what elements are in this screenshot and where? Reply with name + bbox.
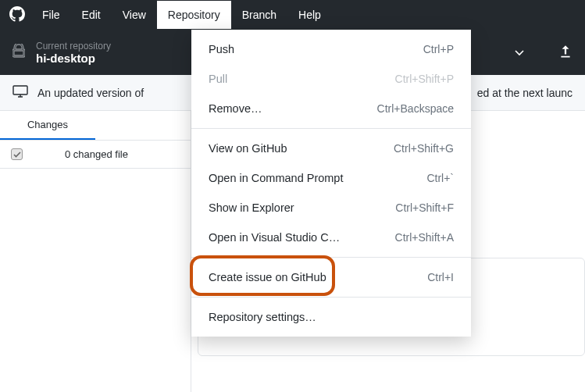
repo-selector[interactable]: Current repository hi-desktop bbox=[0, 41, 191, 65]
tab-changes[interactable]: Changes bbox=[0, 111, 95, 140]
menu-help[interactable]: Help bbox=[287, 1, 332, 29]
dropdown-item-shortcut: Ctrl+Shift+F bbox=[395, 201, 454, 214]
dropdown-item-view-on-github[interactable]: View on GitHubCtrl+Shift+G bbox=[191, 134, 471, 163]
repo-name: hi-desktop bbox=[36, 52, 111, 65]
changes-header-row: 0 changed file bbox=[0, 141, 191, 169]
changed-files-count: 0 changed file bbox=[32, 148, 180, 160]
tabs: Changes bbox=[0, 111, 191, 141]
menu-view[interactable]: View bbox=[112, 1, 157, 29]
dropdown-item-label: Push bbox=[209, 43, 234, 55]
dropdown-item-label: Create issue on GitHub bbox=[209, 271, 326, 283]
dropdown-item-label: Show in Explorer bbox=[209, 201, 294, 214]
select-all-checkbox[interactable] bbox=[11, 148, 23, 160]
notification-text-end: ed at the next launc bbox=[477, 87, 573, 99]
tab-history[interactable] bbox=[95, 111, 191, 140]
menu-file[interactable]: File bbox=[31, 1, 71, 29]
dropdown-item-repository-settings[interactable]: Repository settings… bbox=[191, 302, 471, 332]
dropdown-item-open-in-visual-studio-c[interactable]: Open in Visual Studio C…Ctrl+Shift+A bbox=[191, 223, 471, 252]
desktop-icon bbox=[12, 84, 28, 101]
dropdown-item-label: Repository settings… bbox=[209, 311, 316, 323]
svg-rect-0 bbox=[13, 86, 27, 94]
dropdown-item-label: Open in Visual Studio C… bbox=[209, 231, 340, 244]
dropdown-item-open-in-command-prompt[interactable]: Open in Command PromptCtrl+` bbox=[191, 163, 471, 193]
dropdown-item-shortcut: Ctrl+Shift+G bbox=[394, 142, 454, 155]
dropdown-separator bbox=[191, 128, 471, 129]
dropdown-item-remove[interactable]: Remove…Ctrl+Backspace bbox=[191, 94, 471, 123]
dropdown-item-shortcut: Ctrl+Backspace bbox=[377, 102, 454, 115]
dropdown-item-pull: PullCtrl+Shift+P bbox=[191, 64, 471, 94]
dropdown-item-show-in-explorer[interactable]: Show in ExplorerCtrl+Shift+F bbox=[191, 193, 471, 223]
dropdown-item-label: Remove… bbox=[209, 102, 262, 115]
dropdown-item-shortcut: Ctrl+I bbox=[427, 271, 454, 283]
branch-dropdown-caret[interactable] bbox=[493, 45, 546, 59]
dropdown-item-shortcut: Ctrl+Shift+A bbox=[395, 231, 454, 244]
menu-edit[interactable]: Edit bbox=[71, 1, 112, 29]
push-icon[interactable] bbox=[546, 44, 585, 61]
left-panel: Changes 0 changed file bbox=[0, 111, 191, 392]
menubar: File Edit View Repository Branch Help bbox=[0, 0, 585, 30]
dropdown-separator bbox=[191, 297, 471, 298]
dropdown-item-push[interactable]: PushCtrl+P bbox=[191, 34, 471, 64]
lock-icon bbox=[12, 44, 25, 61]
dropdown-item-create-issue-on-github[interactable]: Create issue on GitHubCtrl+I bbox=[191, 262, 471, 292]
repository-dropdown-menu: PushCtrl+PPullCtrl+Shift+PRemove…Ctrl+Ba… bbox=[191, 30, 471, 337]
dropdown-item-label: Pull bbox=[209, 73, 227, 85]
menu-branch[interactable]: Branch bbox=[231, 1, 287, 29]
repo-label: Current repository bbox=[36, 41, 111, 52]
dropdown-item-label: View on GitHub bbox=[209, 142, 287, 155]
dropdown-item-label: Open in Command Prompt bbox=[209, 172, 343, 184]
github-logo-icon bbox=[9, 6, 25, 24]
dropdown-item-shortcut: Ctrl+P bbox=[423, 43, 454, 55]
dropdown-separator bbox=[191, 257, 471, 258]
dropdown-item-shortcut: Ctrl+Shift+P bbox=[395, 73, 454, 85]
notification-text-start: An updated version of bbox=[37, 87, 144, 99]
dropdown-item-shortcut: Ctrl+` bbox=[426, 172, 454, 184]
menu-repository[interactable]: Repository bbox=[157, 1, 231, 29]
